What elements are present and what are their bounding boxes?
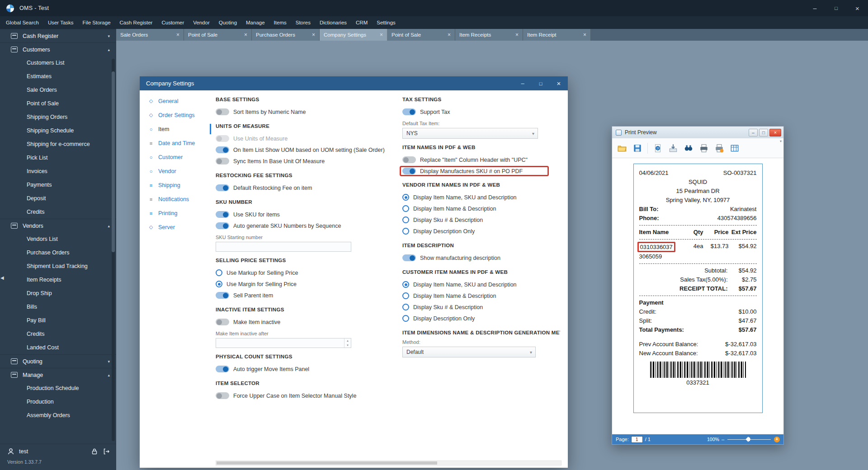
sidebar-item[interactable]: Landed Cost bbox=[0, 341, 116, 354]
toggle-switch[interactable] bbox=[402, 254, 416, 261]
menu-item[interactable]: Dictionaries bbox=[316, 16, 351, 29]
toggle-switch[interactable] bbox=[216, 222, 229, 229]
zoom-slider[interactable] bbox=[727, 436, 771, 442]
tab[interactable]: Item Receipt × bbox=[523, 29, 591, 41]
sidebar-item[interactable]: Production Schedule bbox=[0, 381, 116, 395]
sidebar-item[interactable]: Vendors ▴ bbox=[0, 219, 116, 232]
default-tax-item-dropdown[interactable]: NYS bbox=[402, 128, 538, 139]
page-number-input[interactable] bbox=[631, 436, 643, 443]
tab-close-icon[interactable]: × bbox=[515, 32, 519, 38]
settings-nav-item[interactable]: ◇ Server bbox=[140, 220, 211, 234]
toggle-switch[interactable] bbox=[216, 146, 229, 153]
sidebar-item[interactable]: Manage ▴ bbox=[0, 368, 116, 381]
print-preview-canvas[interactable]: 04/06/2021 SO-0037321 SQUID 15 Pearlman … bbox=[612, 158, 783, 434]
settings-nav-item[interactable]: ≡ Notifications bbox=[140, 192, 211, 206]
menu-item[interactable]: Settings bbox=[373, 16, 400, 29]
sidebar-item[interactable]: Cash Register ▾ bbox=[0, 29, 116, 42]
menu-item[interactable]: User Tasks bbox=[44, 16, 78, 29]
sidebar-item[interactable]: Credits bbox=[0, 205, 116, 219]
dialog-titlebar[interactable]: Company Settings – □ × bbox=[140, 76, 568, 90]
sidebar-item[interactable]: Estimates bbox=[0, 70, 116, 83]
radio-button[interactable] bbox=[402, 216, 409, 223]
export-icon[interactable] bbox=[668, 143, 679, 154]
sidebar-item[interactable]: Customers List bbox=[0, 56, 116, 70]
tab[interactable]: Item Receipts × bbox=[455, 29, 523, 41]
maximize-button[interactable]: □ bbox=[826, 0, 847, 16]
sidebar-scrollbar[interactable] bbox=[112, 59, 115, 441]
print-preview-titlebar[interactable]: Print Preview – □ × bbox=[612, 127, 783, 138]
radio-button[interactable] bbox=[216, 269, 222, 276]
sidebar-collapse-icon[interactable]: ◀ bbox=[0, 275, 4, 280]
menu-item[interactable]: Vendor bbox=[189, 16, 213, 29]
toggle-switch[interactable] bbox=[402, 156, 416, 163]
zoom-out-icon[interactable]: – bbox=[722, 437, 724, 442]
sidebar-item[interactable]: Invoices bbox=[0, 164, 116, 178]
sidebar-item[interactable]: Pick List bbox=[0, 151, 116, 164]
spinner-arrows[interactable]: ▲▼ bbox=[344, 338, 351, 348]
settings-nav-item[interactable]: ○ Item bbox=[140, 122, 211, 136]
toggle-switch[interactable] bbox=[216, 392, 229, 399]
sidebar-item[interactable]: Point of Sale bbox=[0, 97, 116, 110]
toggle-switch[interactable] bbox=[216, 158, 229, 164]
radio-button[interactable] bbox=[402, 281, 409, 288]
lock-icon[interactable] bbox=[91, 448, 98, 455]
tab-close-icon[interactable]: × bbox=[583, 32, 586, 38]
tab[interactable]: Purchase Orders × bbox=[252, 29, 320, 41]
settings-nav-item[interactable]: ◇ General bbox=[140, 94, 211, 108]
radio-button[interactable] bbox=[402, 292, 409, 299]
toggle-switch[interactable] bbox=[216, 292, 229, 299]
toggle-switch[interactable] bbox=[216, 108, 229, 115]
sidebar-item[interactable]: Item Receipts bbox=[0, 273, 116, 287]
toggle-switch[interactable] bbox=[402, 168, 416, 174]
menu-item[interactable]: File Storage bbox=[79, 16, 115, 29]
tab[interactable]: Sale Orders × bbox=[116, 29, 184, 41]
print-preview-minimize-button[interactable]: – bbox=[749, 129, 758, 136]
settings-nav-item[interactable]: ◇ Order Settings bbox=[140, 108, 211, 122]
print-preview-maximize-button[interactable]: □ bbox=[759, 129, 768, 136]
zoom-in-icon[interactable]: + bbox=[774, 437, 780, 442]
sidebar-item[interactable]: Assembly Orders bbox=[0, 409, 116, 422]
sidebar-scrollbar-thumb[interactable] bbox=[112, 71, 115, 252]
save-icon[interactable] bbox=[632, 143, 643, 154]
radio-button[interactable] bbox=[402, 304, 409, 310]
menu-item[interactable]: Customer bbox=[157, 16, 188, 29]
toggle-switch[interactable] bbox=[216, 366, 229, 372]
find-icon[interactable] bbox=[683, 143, 694, 154]
print-icon[interactable] bbox=[698, 143, 709, 154]
radio-button[interactable] bbox=[402, 194, 409, 201]
toggle-switch[interactable] bbox=[216, 135, 229, 142]
sidebar-item[interactable]: Quoting ▾ bbox=[0, 354, 116, 368]
settings-nav-item[interactable]: ○ Vendor bbox=[140, 164, 211, 178]
print-preview-close-button[interactable]: × bbox=[769, 129, 781, 136]
logout-icon[interactable] bbox=[103, 448, 110, 455]
sidebar-item[interactable]: Sale Orders bbox=[0, 83, 116, 97]
sidebar-item[interactable]: Credits bbox=[0, 327, 116, 341]
toggle-switch[interactable] bbox=[216, 319, 229, 325]
dialog-minimize-button[interactable]: – bbox=[514, 76, 532, 90]
toggle-switch[interactable] bbox=[402, 108, 416, 115]
sidebar-item[interactable]: Shipping Orders bbox=[0, 110, 116, 124]
sidebar-item[interactable]: Deposit bbox=[0, 192, 116, 205]
toolbar-overflow-icon[interactable]: ▾ bbox=[780, 139, 782, 143]
menu-item[interactable]: CRM bbox=[352, 16, 372, 29]
dialog-close-button[interactable]: × bbox=[550, 76, 568, 90]
menu-item[interactable]: Items bbox=[270, 16, 291, 29]
inactive-after-input[interactable] bbox=[216, 338, 351, 348]
tab[interactable]: Company Settings × bbox=[320, 29, 387, 41]
menu-item[interactable]: Quoting bbox=[215, 16, 241, 29]
sidebar-item[interactable]: Vendors List bbox=[0, 232, 116, 246]
radio-button[interactable] bbox=[402, 205, 409, 212]
toggle-switch[interactable] bbox=[216, 184, 229, 191]
sidebar-item[interactable]: Purchase Orders bbox=[0, 246, 116, 259]
dialog-horizontal-scrollbar[interactable] bbox=[216, 461, 561, 465]
tab-close-icon[interactable]: × bbox=[312, 32, 315, 38]
menu-item[interactable]: Cash Register bbox=[116, 16, 157, 29]
dialog-maximize-button[interactable]: □ bbox=[532, 76, 550, 90]
sidebar-item[interactable]: Pay Bill bbox=[0, 314, 116, 327]
sidebar-item[interactable]: Payments bbox=[0, 178, 116, 192]
sku-starting-number-input[interactable] bbox=[216, 242, 351, 252]
toggle-switch[interactable] bbox=[216, 211, 229, 218]
tab-close-icon[interactable]: × bbox=[244, 32, 247, 38]
tab[interactable]: Point of Sale × bbox=[387, 29, 455, 41]
tab-close-icon[interactable]: × bbox=[380, 32, 383, 38]
